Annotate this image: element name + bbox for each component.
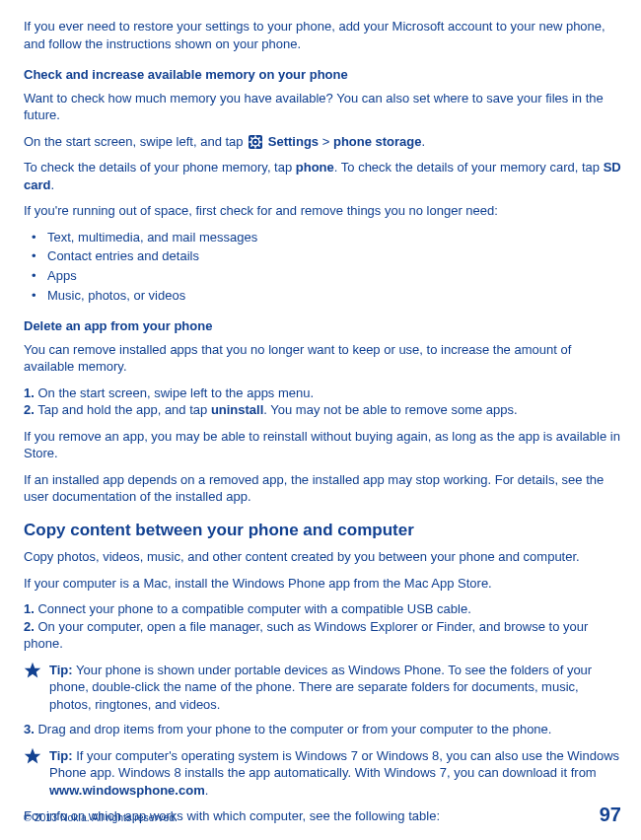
numbered-step: 2. Tap and hold the app, and tap uninsta… [24,401,621,419]
url-text: www.windowsphone.com [49,783,205,798]
separator-gt: > [319,134,333,149]
step-number: 2. [24,402,35,417]
numbered-step: 3. Drag and drop items from your phone t… [24,721,621,738]
copyright-text: © 2013 Nokia. All rights reserved. [24,811,178,823]
step-number: 1. [24,601,35,616]
bullet-list: Text, multimedia, and mail messages Cont… [24,229,621,304]
svg-line-6 [251,138,253,140]
settings-icon [249,135,262,149]
list-item: Text, multimedia, and mail messages [47,229,621,246]
numbered-step: 1. On the start screen, swipe left to th… [24,385,621,402]
svg-marker-10 [25,662,41,677]
body-text: You can remove installed apps that you n… [24,341,621,376]
step-number: 3. [24,722,35,736]
settings-label: Settings [268,134,319,149]
step-text: On the start screen, swipe left to the a… [35,385,314,400]
tip-label: Tip: [49,748,73,763]
step-number: 1. [24,385,35,400]
star-icon [24,747,43,765]
body-text: If you're running out of space, first ch… [24,202,621,220]
section-heading-large: Copy content between your phone and comp… [24,520,621,542]
step-number: 2. [24,619,35,634]
page-footer: © 2013 Nokia. All rights reserved. 97 [24,804,621,826]
svg-line-7 [258,145,260,147]
body-text: If you remove an app, you may be able to… [24,428,621,462]
tip-block: Tip: Your phone is shown under portable … [24,662,621,714]
phone-storage-label: phone storage [333,134,422,149]
uninstall-label: uninstall [211,402,263,417]
section-heading: Check and increase available memory on y… [24,66,621,84]
tip-text: Tip: Your phone is shown under portable … [49,662,621,714]
step-text: On your computer, open a file manager, s… [24,619,588,652]
document-page: If you ever need to restore your setting… [0,0,641,824]
step-text: Tap and hold the app, and tap [35,402,211,417]
text: . [50,177,54,192]
tip-text: Tip: If your computer's operating system… [49,747,621,800]
body-text: On the start screen, swipe left, and tap… [24,133,621,151]
section-heading: Delete an app from your phone [24,317,621,335]
text: On the start screen, swipe left, and tap [24,134,247,149]
body-text: To check the details of your phone memor… [24,159,621,193]
text: To check the details of your phone memor… [24,160,296,175]
tip-label: Tip: [49,663,73,677]
text: If your computer's operating system is W… [49,748,619,781]
phone-label: phone [296,160,334,175]
tip-block: Tip: If your computer's operating system… [24,747,621,800]
step-text: . You may not be able to remove some app… [263,402,517,417]
list-item: Apps [47,267,621,285]
body-text: Copy photos, videos, music, and other co… [24,548,621,566]
text: . [422,134,426,149]
numbered-step: 2. On your computer, open a file manager… [24,618,621,653]
star-icon [24,662,43,679]
list-item: Contact entries and details [47,247,621,265]
page-number: 97 [600,804,621,826]
body-text: Want to check how much memory you have a… [24,90,621,124]
svg-line-8 [258,138,260,140]
body-text: If an installed app depends on a removed… [24,471,621,506]
text: Your phone is shown under portable devic… [49,663,592,712]
svg-marker-11 [25,748,41,764]
intro-paragraph: If you ever need to restore your setting… [24,18,621,52]
svg-line-9 [251,145,253,147]
body-text: If your computer is a Mac, install the W… [24,575,621,593]
numbered-step: 1. Connect your phone to a compatible co… [24,600,621,618]
text: . To check the details of your memory ca… [334,160,604,175]
text: . [205,783,209,798]
list-item: Music, photos, or videos [47,287,621,305]
step-text: Connect your phone to a compatible compu… [35,601,471,616]
step-text: Drag and drop items from your phone to t… [35,722,552,736]
svg-point-1 [254,141,257,144]
